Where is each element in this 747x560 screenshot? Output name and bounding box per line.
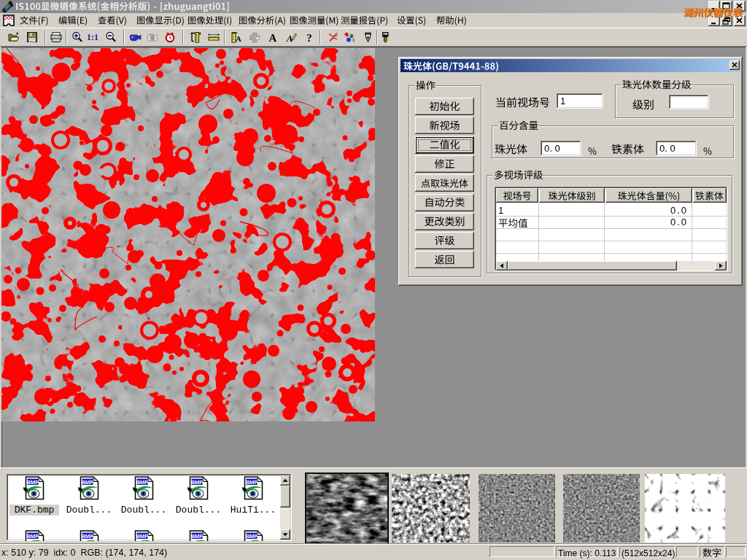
svg-text:3: 3 (352, 38, 355, 42)
svg-text:BMP: BMP (246, 479, 258, 486)
svg-text:BMP: BMP (191, 479, 204, 486)
svg-text:BMP: BMP (136, 479, 149, 486)
svg-text:1: 1 (347, 33, 349, 37)
svg-text:DOC: DOC (4, 15, 15, 20)
svg-text:A: A (269, 32, 277, 44)
svg-text:BMP: BMP (82, 479, 94, 486)
svg-text:BMP: BMP (136, 533, 149, 540)
svg-text:BMP: BMP (246, 533, 258, 540)
svg-text:BMP: BMP (27, 479, 39, 486)
svg-text:1:1: 1:1 (87, 32, 98, 42)
svg-text:BMP: BMP (191, 533, 204, 540)
svg-text:A: A (286, 33, 293, 44)
svg-text:A: A (236, 34, 241, 43)
svg-text:?: ? (306, 32, 312, 44)
svg-text:BMP: BMP (27, 533, 39, 540)
svg-text:BMP: BMP (82, 533, 94, 540)
